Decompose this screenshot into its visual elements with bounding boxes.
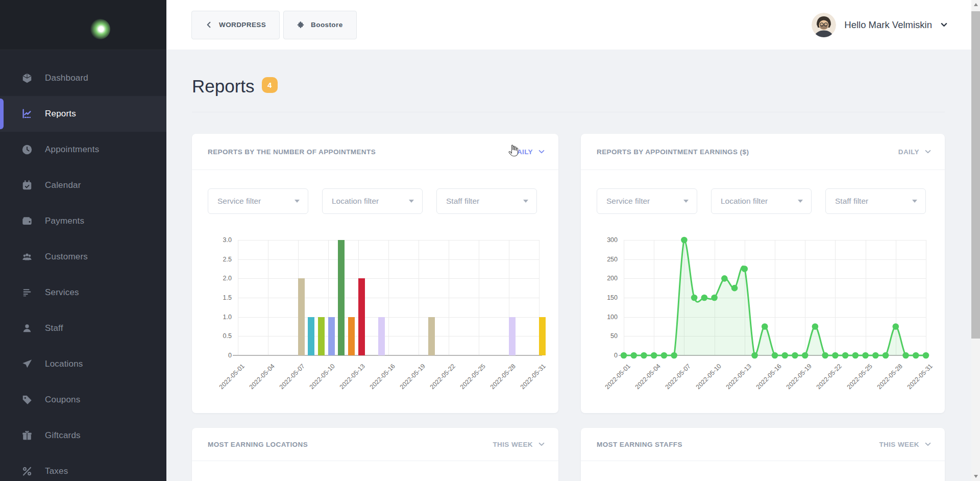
scrollbar-thumb[interactable]	[971, 11, 980, 339]
earnings-period-dropdown[interactable]: DAILY	[898, 148, 932, 156]
y-axis-tick-label: 300	[590, 236, 618, 244]
sidebar-item-taxes[interactable]: Taxes	[0, 453, 166, 481]
service-filter-select[interactable]: Service filter	[597, 188, 697, 214]
sidebar-item-appointments[interactable]: Appointments	[0, 132, 166, 167]
triangle-up-icon	[974, 3, 978, 6]
y-axis-tick-label: 200	[590, 275, 618, 282]
data-point-2022-05-06	[671, 352, 677, 359]
y-axis-tick-label: 100	[590, 314, 618, 321]
x-axis-tick-label: 2022-05-07	[664, 363, 692, 391]
x-axis-tick-label: 2022-05-28	[876, 363, 904, 391]
appointments-bar-chart: 3.02.52.01.51.00.502022-05-012022-05-042…	[238, 240, 539, 355]
payments-icon	[21, 215, 33, 227]
locations-period-dropdown[interactable]: THIS WEEK	[493, 441, 545, 448]
caret-down-icon	[295, 200, 300, 203]
topbar: WORDPRESS Boostore Hello Mark Velmiskin	[166, 0, 971, 50]
reports-icon	[21, 108, 33, 119]
chevron-down-icon	[538, 441, 545, 448]
staffs-period-dropdown[interactable]: THIS WEEK	[879, 441, 932, 448]
caret-down-icon	[683, 200, 689, 203]
sidebar-item-coupons[interactable]: Coupons	[0, 382, 166, 418]
x-axis-tick-label: 2022-05-31	[519, 363, 547, 391]
earnings-line-chart: 3002502001501005002022-05-012022-05-0420…	[624, 240, 926, 355]
sidebar-item-giftcards[interactable]: Giftcards	[0, 418, 166, 453]
sidebar-item-locations[interactable]: Locations	[0, 346, 166, 382]
x-axis-tick-label: 2022-05-22	[815, 363, 843, 391]
chevron-down-icon	[924, 441, 932, 448]
data-point-2022-05-24	[852, 352, 859, 359]
sidebar-item-label: Reports	[45, 109, 76, 119]
y-axis-tick-label: 250	[590, 256, 618, 263]
sidebar-item-reports[interactable]: Reports	[0, 96, 166, 132]
sidebar-item-customers[interactable]: Customers	[0, 239, 166, 275]
y-axis-tick-label: 3.0	[204, 236, 232, 244]
sidebar-item-label: Appointments	[45, 145, 99, 155]
caret-down-icon	[798, 200, 803, 203]
data-point-2022-05-01	[621, 352, 627, 359]
page-title: Reports	[192, 77, 255, 95]
sidebar-item-staff[interactable]: Staff	[0, 310, 166, 346]
y-axis-tick-label: 50	[590, 332, 618, 340]
data-point-2022-05-26	[872, 352, 879, 359]
x-axis-tick-label: 2022-05-22	[429, 363, 457, 391]
x-axis-tick-label: 2022-05-25	[459, 363, 487, 391]
coupons-icon	[21, 394, 33, 405]
y-axis-tick-label: 2.5	[204, 256, 232, 263]
sidebar-item-services[interactable]: Services	[0, 275, 166, 310]
y-axis-tick-label: 2.0	[204, 275, 232, 282]
card-title: MOST EARNING LOCATIONS	[208, 441, 308, 448]
appointments-period-dropdown[interactable]: DAILY	[512, 148, 545, 156]
staff-filter-select[interactable]: Staff filter	[825, 188, 926, 214]
data-point-2022-05-16	[772, 352, 778, 359]
gridline	[479, 240, 479, 355]
gridline	[388, 240, 389, 355]
scroll-down-button[interactable]	[971, 472, 980, 481]
y-axis-tick-label: 0	[590, 352, 618, 359]
calendar-icon	[21, 180, 33, 191]
scroll-up-button[interactable]	[971, 0, 980, 9]
dashboard-icon	[21, 73, 33, 84]
data-point-2022-05-25	[862, 352, 869, 359]
boostore-button-label: Boostore	[311, 21, 342, 29]
data-point-2022-05-30	[913, 352, 919, 359]
app-logo[interactable]	[0, 0, 166, 50]
sidebar-item-label: Taxes	[45, 466, 68, 476]
data-point-2022-05-05	[661, 352, 668, 359]
taxes-icon	[21, 466, 33, 477]
x-axis-tick-label: 2022-05-13	[338, 363, 366, 391]
sidebar-item-label: Giftcards	[45, 430, 81, 441]
gridline	[268, 240, 268, 355]
data-point-2022-05-29	[902, 352, 909, 359]
sidebar-item-calendar[interactable]: Calendar	[0, 167, 166, 203]
data-point-2022-05-11	[721, 275, 728, 282]
earnings-report-card: REPORTS BY APPOINTMENT EARNINGS ($) DAIL…	[581, 134, 945, 413]
most-earning-locations-card: MOST EARNING LOCATIONS THIS WEEK	[192, 428, 558, 481]
chevron-down-icon	[940, 21, 948, 29]
location-filter-select[interactable]: Location filter	[322, 188, 423, 214]
bar-2022-05-15	[378, 317, 385, 355]
bar-2022-05-28	[509, 317, 516, 355]
sidebar-item-label: Customers	[45, 252, 88, 262]
caret-down-icon	[409, 200, 414, 203]
boostore-button[interactable]: Boostore	[283, 11, 356, 39]
user-menu[interactable]: Hello Mark Velmiskin	[812, 13, 948, 37]
x-axis-tick-label: 2022-05-07	[278, 363, 306, 391]
data-point-2022-05-08	[691, 295, 698, 301]
x-axis-line	[233, 355, 542, 356]
x-axis-tick-label: 2022-05-25	[846, 363, 874, 391]
sidebar-item-payments[interactable]: Payments	[0, 203, 166, 239]
location-filter-select[interactable]: Location filter	[711, 188, 812, 214]
staff-filter-select[interactable]: Staff filter	[436, 188, 537, 214]
gridline	[449, 240, 449, 355]
x-axis-tick-label: 2022-05-16	[369, 363, 397, 391]
x-axis-tick-label: 2022-05-01	[218, 363, 246, 391]
wordpress-back-button[interactable]: WORDPRESS	[191, 11, 280, 39]
bar-2022-05-07	[298, 278, 305, 355]
logo-glow-icon	[90, 19, 110, 39]
service-filter-select[interactable]: Service filter	[208, 188, 308, 214]
triangle-down-icon	[974, 475, 978, 478]
data-point-2022-05-15	[762, 323, 768, 330]
sidebar-item-dashboard[interactable]: Dashboard	[0, 60, 166, 96]
sidebar-menu: Dashboard Reports Appointments Calendar …	[0, 60, 166, 481]
bar-2022-05-20	[428, 317, 435, 355]
